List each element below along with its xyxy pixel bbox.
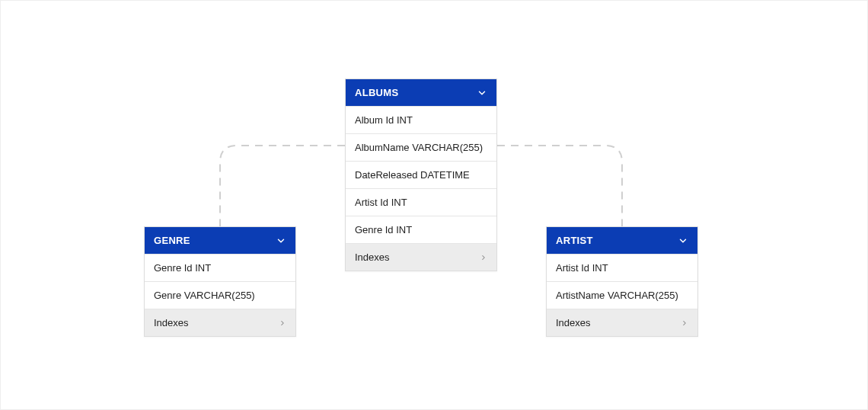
diagram-canvas: GENRE Genre Id INT Genre VARCHAR(255) In… [1,1,867,409]
chevron-right-icon [681,319,688,327]
table-albums[interactable]: ALBUMS Album Id INT AlbumName VARCHAR(25… [345,78,497,271]
table-albums-header[interactable]: ALBUMS [346,79,496,106]
table-albums-title: ALBUMS [355,87,398,98]
column-row: Album Id INT [346,106,496,133]
column-row: Genre VARCHAR(255) [145,281,295,309]
table-artist-title: ARTIST [556,235,593,246]
chevron-right-icon [279,319,286,327]
column-row: Genre Id INT [346,216,496,243]
indexes-toggle[interactable]: Indexes [145,309,295,336]
indexes-toggle[interactable]: Indexes [547,309,697,336]
table-genre-title: GENRE [154,235,190,246]
indexes-label: Indexes [556,317,591,328]
indexes-toggle[interactable]: Indexes [346,243,496,271]
table-artist-header[interactable]: ARTIST [547,227,697,254]
chevron-down-icon [477,88,487,98]
table-artist[interactable]: ARTIST Artist Id INT ArtistName VARCHAR(… [546,226,698,337]
chevron-right-icon [480,254,487,261]
column-row: Genre Id INT [145,254,295,281]
column-row: DateReleased DATETIME [346,161,496,188]
table-genre[interactable]: GENRE Genre Id INT Genre VARCHAR(255) In… [144,226,296,337]
indexes-label: Indexes [154,317,189,328]
column-row: ArtistName VARCHAR(255) [547,281,697,309]
table-genre-header[interactable]: GENRE [145,227,295,254]
column-row: Artist Id INT [547,254,697,281]
column-row: Artist Id INT [346,188,496,216]
column-row: AlbumName VARCHAR(255) [346,133,496,161]
indexes-label: Indexes [355,251,390,263]
chevron-down-icon [276,235,286,246]
chevron-down-icon [678,235,688,246]
